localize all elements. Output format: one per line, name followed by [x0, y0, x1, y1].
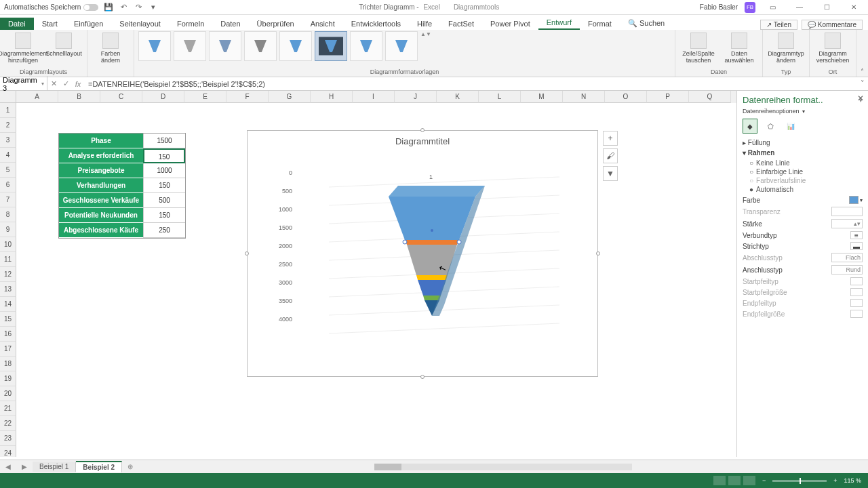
column-header[interactable]: I [353, 91, 395, 103]
table-row-label[interactable]: Verhandlungen [59, 178, 143, 193]
pane-subtitle[interactable]: Datenreihenoptionen ▾ [743, 108, 863, 115]
change-chart-type-button[interactable]: Diagrammtyp ändern [767, 31, 805, 64]
fill-section[interactable]: ▸ Füllung [743, 139, 863, 146]
color-row[interactable]: Farbe▾ [743, 196, 863, 204]
column-header[interactable]: F [226, 91, 269, 103]
tab-pagelayout[interactable]: Seitenlayout [111, 18, 169, 30]
table-row-value[interactable]: 150 [143, 178, 185, 193]
row-header[interactable]: 12 [0, 267, 16, 282]
table-row-value[interactable]: 1500 [143, 134, 185, 148]
table-row-label[interactable]: Potentielle Neukunden [59, 208, 143, 223]
view-pagelayout-icon[interactable] [728, 476, 741, 485]
fill-line-tab-icon[interactable]: ◆ [743, 119, 757, 134]
expand-formula-icon[interactable]: ˅ [857, 79, 868, 88]
series-options-tab-icon[interactable]: 📊 [783, 119, 798, 134]
row-header[interactable]: 23 [0, 431, 16, 446]
column-header[interactable]: Q [689, 91, 731, 103]
column-header[interactable]: M [521, 91, 563, 103]
column-headers[interactable]: ABCDEFGHIJKLMNOPQ [16, 91, 736, 103]
zoom-in-icon[interactable]: + [833, 477, 837, 484]
row-header[interactable]: 5 [0, 163, 16, 178]
border-section[interactable]: ▾ Rahmen [743, 149, 863, 157]
resize-handle[interactable] [420, 128, 425, 132]
enter-icon[interactable]: ✓ [60, 79, 72, 88]
column-header[interactable]: N [563, 91, 605, 103]
column-header[interactable]: E [184, 91, 226, 103]
row-header[interactable]: 7 [0, 192, 16, 207]
join-row[interactable]: AnschlusstypRund [743, 265, 863, 274]
formula-input[interactable]: =DATENREIHE('Beispiel 2'!$B$5;;'Beispiel… [84, 80, 857, 88]
chart-style-7[interactable] [350, 31, 382, 61]
tab-design[interactable]: Entwurf [538, 16, 580, 30]
zoom-out-icon[interactable]: − [762, 477, 766, 484]
row-header[interactable]: 13 [0, 282, 16, 297]
tab-start[interactable]: Start [34, 18, 66, 30]
chart-style-5[interactable] [279, 31, 312, 61]
add-sheet-button[interactable]: ⊕ [122, 463, 138, 470]
cancel-icon[interactable]: ✕ [47, 79, 60, 88]
row-header[interactable]: 17 [0, 342, 16, 357]
zoom-slider[interactable] [772, 480, 827, 482]
table-row-value[interactable]: 250 [143, 223, 185, 238]
row-header[interactable]: 8 [0, 207, 16, 222]
tab-data[interactable]: Daten [212, 18, 248, 30]
chart-style-6[interactable] [315, 31, 347, 61]
row-header[interactable]: 24 [0, 446, 16, 457]
close-pane-icon[interactable]: ✕ [857, 94, 864, 103]
chart-object[interactable]: Diagrammtitel + 🖌 ▼ 1 050010001500200025… [247, 130, 598, 377]
table-row-value[interactable]: 150 [143, 148, 185, 163]
save-icon[interactable]: 💾 [104, 3, 113, 12]
change-colors-button[interactable]: Farben ändern [92, 31, 130, 64]
chart-styles-gallery[interactable]: ▲▼ [138, 31, 671, 68]
select-all-cell[interactable] [0, 91, 16, 103]
effects-tab-icon[interactable]: ⬠ [763, 119, 778, 134]
dash-row[interactable]: Strichtyp▬ [743, 242, 863, 250]
chart-filters-button[interactable]: ▼ [603, 166, 618, 181]
row-header[interactable]: 15 [0, 312, 16, 327]
sheet-nav-next[interactable]: ▶ [16, 463, 33, 470]
row-header[interactable]: 10 [0, 237, 16, 252]
border-auto-radio[interactable]: ● Automatisch [749, 186, 863, 193]
column-header[interactable]: A [16, 91, 58, 103]
tab-insert[interactable]: Einfügen [66, 18, 111, 30]
table-row-label[interactable]: Phase [59, 134, 143, 148]
row-header[interactable]: 11 [0, 252, 16, 267]
column-header[interactable]: H [311, 91, 353, 103]
row-header[interactable]: 22 [0, 416, 16, 431]
chart-style-4[interactable] [244, 31, 277, 61]
color-picker[interactable] [849, 196, 859, 204]
row-header[interactable]: 19 [0, 371, 16, 386]
select-data-button[interactable]: Daten auswählen [720, 31, 758, 64]
horizontal-scrollbar[interactable] [138, 464, 868, 470]
chart-style-2[interactable] [174, 31, 206, 61]
share-button[interactable]: ↗ Teilen [760, 20, 797, 30]
chart-style-3[interactable] [209, 31, 241, 61]
column-header[interactable]: K [437, 91, 479, 103]
table-row-label[interactable]: Geschlossene Verkäufe [59, 193, 143, 208]
collapse-ribbon-icon[interactable]: ˄ [856, 66, 868, 77]
tab-formulas[interactable]: Formeln [169, 18, 212, 30]
table-row-label[interactable]: Abgeschlossene Käufe [59, 223, 143, 238]
tab-view[interactable]: Ansicht [302, 18, 343, 30]
tab-format[interactable]: Format [580, 18, 620, 30]
tab-factset[interactable]: FactSet [440, 18, 482, 30]
resize-handle[interactable] [420, 375, 425, 379]
chart-elements-button[interactable]: + [603, 131, 618, 146]
table-row-label[interactable]: Preisangebote [59, 163, 143, 178]
autosave-toggle[interactable]: Automatisches Speichern [4, 3, 98, 11]
chart-style-1[interactable] [138, 31, 171, 61]
row-header[interactable]: 9 [0, 222, 16, 237]
row-header[interactable]: 14 [0, 297, 16, 312]
fx-icon[interactable]: fx [72, 80, 84, 88]
row-header[interactable]: 6 [0, 178, 16, 192]
tab-file[interactable]: Datei [0, 18, 34, 30]
table-row-value[interactable]: 1000 [143, 163, 185, 178]
row-header[interactable]: 3 [0, 133, 16, 148]
zoom-level[interactable]: 115 % [844, 477, 861, 484]
column-header[interactable]: G [269, 91, 311, 103]
column-header[interactable]: D [142, 91, 184, 103]
qat-customize-icon[interactable]: ▾ [149, 3, 158, 12]
row-header[interactable]: 4 [0, 148, 16, 163]
compound-row[interactable]: Verbundtyp≡ [743, 231, 863, 239]
row-headers[interactable]: 1234567891011121314151617181920212223242… [0, 103, 16, 457]
